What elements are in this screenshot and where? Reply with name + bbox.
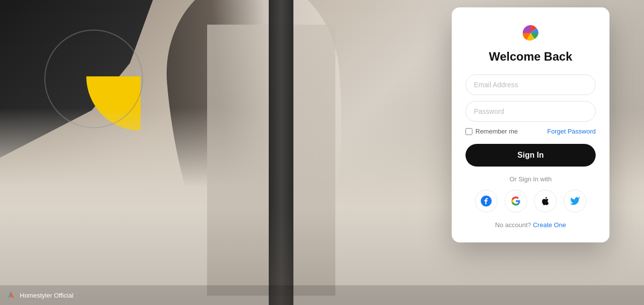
remember-me-checkbox[interactable] [465, 128, 472, 135]
bottom-bar: Homestyler Official [0, 285, 644, 305]
no-account-row: No account? Create One [465, 221, 596, 229]
create-account-link[interactable]: Create One [533, 221, 566, 229]
app-logo-icon [521, 23, 540, 43]
social-buttons-row [465, 190, 596, 212]
card-logo-container [465, 23, 596, 43]
password-input[interactable] [465, 101, 596, 122]
sign-in-button[interactable]: Sign In [465, 144, 596, 167]
remember-me-label[interactable]: Remember me [465, 128, 518, 135]
twitter-sign-in-button[interactable] [564, 190, 586, 212]
or-sign-in-text: Or Sign In with [465, 175, 596, 183]
card-title: Welcome Back [465, 50, 596, 64]
bottom-bar-logo-icon [6, 290, 16, 300]
forget-password-link[interactable]: Forget Password [547, 128, 596, 135]
email-input[interactable] [465, 74, 596, 95]
twitter-icon [570, 196, 580, 206]
remember-me-text: Remember me [475, 128, 518, 135]
options-row: Remember me Forget Password [465, 128, 596, 135]
google-sign-in-button[interactable] [504, 190, 527, 212]
apple-sign-in-button[interactable] [534, 190, 557, 212]
svg-marker-1 [7, 291, 11, 299]
no-account-text: No account? [495, 221, 531, 229]
bottom-bar-brand: Homestyler Official [20, 292, 73, 299]
login-card: Welcome Back Remember me Forget Password… [452, 7, 609, 242]
facebook-icon [481, 196, 492, 206]
google-icon [511, 196, 521, 206]
apple-icon [540, 196, 550, 206]
facebook-sign-in-button[interactable] [475, 190, 498, 212]
svg-marker-2 [11, 291, 14, 299]
